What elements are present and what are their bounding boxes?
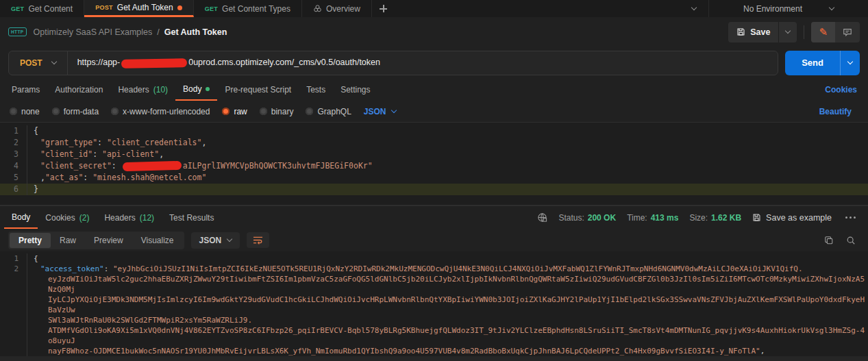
request-body-editor[interactable]: 1{2"grant_type": "client_credentials",3"… xyxy=(0,122,868,206)
line-number xyxy=(0,346,27,356)
body-language-selector[interactable]: JSON xyxy=(364,107,396,116)
breadcrumb-collection[interactable]: Optimizely SaaS API Examples xyxy=(34,27,153,37)
overview-icon xyxy=(313,4,322,13)
code-line[interactable]: eyJzdWIiOiJtaW5lc2guc2hhaEBuZXRjZWwuY29t… xyxy=(0,274,868,295)
code-line[interactable]: nayF8Whoz-OJDMCE1bukWoc5nNAOSr19YU0JhMbR… xyxy=(0,346,868,356)
tab-pre-request-script[interactable]: Pre-request Script xyxy=(217,79,299,101)
radio-icon xyxy=(52,108,60,115)
copy-icon[interactable] xyxy=(824,236,834,245)
line-number xyxy=(0,325,27,346)
line-number: 2 xyxy=(0,264,27,274)
line-number: 1 xyxy=(0,125,27,137)
send-options-button[interactable] xyxy=(840,51,860,75)
save-button[interactable]: Save xyxy=(728,22,778,42)
code-line[interactable]: 4"client_secret": aILPgrlIWYMCVpBhQOWCTK… xyxy=(0,160,868,172)
environment-selector[interactable]: No Environment xyxy=(708,0,868,17)
code-line[interactable]: ATDMfVGdOli9oKA9Xi5m1xVQ0dnVNj4V862EYTZv… xyxy=(0,325,868,346)
chevron-down-icon xyxy=(691,5,697,10)
tab-count: (12) xyxy=(140,213,154,223)
radio-icon xyxy=(260,108,267,115)
view-tab-visualize[interactable]: Visualize xyxy=(132,233,183,248)
url-input[interactable]: https://app-0uprod.cms.optimizely.com/_c… xyxy=(68,58,390,67)
save-icon xyxy=(752,213,761,222)
code-content: nayF8Whoz-OJDMCE1bukWoc5nNAOSr19YU0JhMbR… xyxy=(27,346,868,356)
modified-dot-icon xyxy=(206,87,210,91)
view-tab-preview[interactable]: Preview xyxy=(85,233,132,248)
response-tab-body[interactable]: Body xyxy=(4,206,38,229)
tab-get-content-types[interactable]: GETGet Content Types xyxy=(194,0,302,17)
tab-settings[interactable]: Settings xyxy=(333,79,377,101)
tab-get-auth-token[interactable]: POSTGet Auth Token xyxy=(84,0,194,17)
code-line[interactable]: 5,"act_as": "minesh.shah@netcel.com" xyxy=(0,172,868,184)
code-content: ATDMfVGdOli9oKA9Xi5m1xVQ0dnVNj4V862EYTZv… xyxy=(27,325,868,346)
tab-tests[interactable]: Tests xyxy=(299,79,333,101)
tab-overflow-button[interactable] xyxy=(680,0,708,17)
save-as-example-button[interactable]: Save as example xyxy=(752,213,832,223)
postman-app: GETGet ContentPOSTGet Auth TokenGETGet C… xyxy=(0,0,868,361)
time-value: 413 ms xyxy=(651,213,679,223)
line-number: 3 xyxy=(0,149,27,160)
response-view-switcher: PrettyRawPreviewVisualize xyxy=(8,232,184,249)
network-icon[interactable] xyxy=(537,212,547,223)
response-tab-headers[interactable]: Headers(12) xyxy=(97,206,162,229)
comments-button[interactable] xyxy=(835,22,860,42)
tab-get-content[interactable]: GETGet Content xyxy=(0,0,84,17)
code-content: IyLCJpYXQiOjE3MDk3NDM5MjIsImlzcyI6Im9wdG… xyxy=(27,295,868,315)
edit-request-button[interactable]: ✎ xyxy=(811,22,835,42)
redaction-mark xyxy=(121,58,187,69)
code-line[interactable]: 6} xyxy=(0,184,868,195)
method-selector[interactable]: POST xyxy=(9,58,67,68)
save-options-button[interactable] xyxy=(778,22,797,42)
tab-label: Authorization xyxy=(55,85,103,95)
send-button[interactable]: Send xyxy=(785,51,840,75)
code-content: SWl3aWJtRnRaU0k2SWlGd2FTMWpiR2xsYm5RaWZR… xyxy=(27,315,868,325)
body-mode-x-www-form-urlencoded[interactable]: x-www-form-urlencoded xyxy=(111,107,210,116)
body-mode-none[interactable]: none xyxy=(10,107,40,116)
send-button-group: Send xyxy=(785,51,860,75)
tab-authorization[interactable]: Authorization xyxy=(47,79,110,101)
request-tabs-strip: GETGet ContentPOSTGet Auth TokenGETGet C… xyxy=(0,0,372,17)
response-language-selector[interactable]: JSON xyxy=(191,232,240,249)
view-tab-raw[interactable]: Raw xyxy=(51,233,85,248)
body-mode-row: noneform-datax-www-form-urlencodedrawbin… xyxy=(0,101,868,122)
tab-label: Test Results xyxy=(169,213,214,223)
body-mode-label: raw xyxy=(234,107,247,116)
radio-icon xyxy=(222,108,230,115)
code-line[interactable]: SWl3aWJtRnRaU0k2SWlGd2FTMWpiR2xsYm5RaWZR… xyxy=(0,315,868,325)
code-line[interactable]: IyLCJpYXQiOjE3MDk3NDM5MjIsImlzcyI6Im9wdG… xyxy=(0,295,868,315)
method-label: POST xyxy=(95,4,113,11)
horizontal-scrollbar[interactable] xyxy=(0,356,868,361)
size-indicator: Size:1.62 KB xyxy=(689,213,741,223)
size-value: 1.62 KB xyxy=(711,213,741,223)
body-mode-raw[interactable]: raw xyxy=(222,107,247,116)
response-tab-test-results[interactable]: Test Results xyxy=(162,206,221,229)
unsaved-dot-icon xyxy=(177,5,182,10)
method-label: POST xyxy=(20,58,42,68)
tab-headers[interactable]: Headers(10) xyxy=(110,79,175,101)
body-mode-graphql[interactable]: GraphQL xyxy=(306,107,351,116)
search-icon[interactable] xyxy=(846,236,856,245)
wrap-lines-button[interactable] xyxy=(247,232,269,248)
radio-icon xyxy=(10,108,17,115)
response-body-viewer[interactable]: 1{2"access_token": "eyJhbGciOiJSUzI1NiIs… xyxy=(0,251,868,356)
code-line[interactable]: 1{ xyxy=(0,253,868,264)
more-options-icon[interactable] xyxy=(843,216,858,219)
tab-label: Body xyxy=(183,84,201,94)
view-tab-pretty[interactable]: Pretty xyxy=(10,233,51,248)
beautify-link[interactable]: Beautify xyxy=(813,107,858,116)
tab-body[interactable]: Body xyxy=(175,79,217,101)
code-content: { xyxy=(27,253,868,264)
tab-params[interactable]: Params xyxy=(4,79,47,101)
code-line[interactable]: 3"client_id": "api-client", xyxy=(0,149,868,160)
add-tab-button[interactable] xyxy=(372,0,395,17)
body-mode-binary[interactable]: binary xyxy=(260,107,294,116)
tab-overview[interactable]: Overview xyxy=(302,0,372,17)
code-line[interactable]: 2"access_token": "eyJhbGciOiJSUzI1NiIsIm… xyxy=(0,264,868,274)
line-number: 6 xyxy=(0,184,27,195)
cookies-link[interactable]: Cookies xyxy=(818,79,864,101)
code-line[interactable]: 1{ xyxy=(0,125,868,137)
response-tab-cookies[interactable]: Cookies(2) xyxy=(38,206,97,229)
code-line[interactable]: 2"grant_type": "client_credentials", xyxy=(0,137,868,149)
tab-bar: GETGet ContentPOSTGet Auth TokenGETGet C… xyxy=(0,0,868,17)
body-mode-form-data[interactable]: form-data xyxy=(52,107,99,116)
